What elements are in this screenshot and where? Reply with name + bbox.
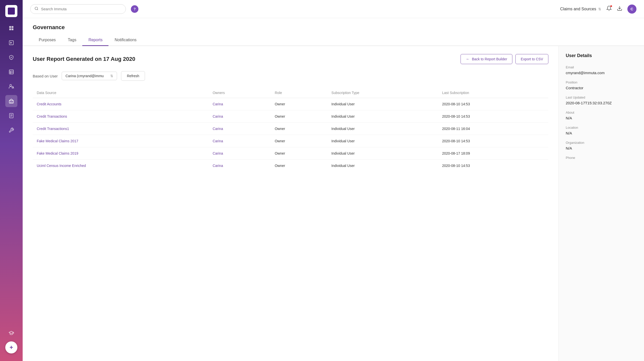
app-switcher-arrows-icon: ⇅ [598, 7, 601, 11]
user-detail-field: About N/A [566, 111, 637, 120]
report-table: Data Source Owners Role Subscription Typ… [33, 88, 548, 172]
data-source-cell[interactable]: Fake Medical Claims 2019 [33, 147, 209, 160]
detail-value: Contractor [566, 86, 637, 90]
owner-cell[interactable]: Carina [209, 123, 271, 135]
logo-mark [8, 8, 15, 15]
search-input[interactable] [41, 7, 122, 11]
sidebar-item-video[interactable] [5, 37, 17, 49]
last-subscription-cell: 2020-08-10 14:53 [438, 135, 548, 147]
phone-label: Phone [566, 156, 637, 160]
owner-cell[interactable]: Carina [209, 135, 271, 147]
last-subscription-cell: 2020-08-10 14:53 [438, 98, 548, 110]
table-row: Fake Medical Claims 2017 Carina Owner In… [33, 135, 548, 147]
table-row: Credit Accounts Carina Owner Individual … [33, 98, 548, 110]
user-detail-field: Organization N/A [566, 141, 637, 150]
col-last-subscription: Last Subscription [438, 88, 548, 98]
detail-label: Position [566, 80, 637, 84]
table-row: Uciml Census Income Enriched Carina Owne… [33, 160, 548, 172]
detail-label: Email [566, 65, 637, 69]
sidebar-item-shield[interactable] [5, 51, 17, 63]
data-source-cell[interactable]: Credit Transactions1 [33, 123, 209, 135]
owner-cell[interactable]: Carina [209, 160, 271, 172]
tab-reports[interactable]: Reports [82, 35, 108, 46]
avatar[interactable]: C [627, 5, 636, 14]
user-detail-field: Position Contractor [566, 80, 637, 90]
svg-line-12 [11, 99, 13, 101]
help-icon[interactable]: ? [131, 5, 138, 13]
refresh-button[interactable]: Refresh [121, 71, 145, 81]
app-name: Claims and Sources [560, 7, 596, 11]
sidebar: + [0, 0, 23, 361]
detail-value: N/A [566, 116, 637, 120]
detail-label: Location [566, 126, 637, 129]
user-detail-field-phone: Phone [566, 156, 637, 160]
col-owners: Owners [209, 88, 271, 98]
add-button[interactable]: + [5, 341, 17, 353]
sidebar-item-graduation[interactable] [5, 327, 17, 339]
sidebar-item-governance[interactable] [5, 95, 17, 107]
app-switcher[interactable]: Claims and Sources ⇅ [560, 7, 601, 11]
tab-notifications[interactable]: Notifications [108, 35, 142, 46]
tabs-bar: Purposes Tags Reports Notifications [23, 35, 644, 46]
subscription-type-cell: Individual User [327, 123, 438, 135]
table-row: Fake Medical Claims 2019 Carina Owner In… [33, 147, 548, 160]
detail-value: 2020-08-17T15:32:03.270Z [566, 101, 637, 105]
notification-bell-icon[interactable] [606, 6, 612, 13]
user-filter-select[interactable]: Carina (cmyrand@immu ⇅ [62, 72, 117, 80]
add-icon: + [10, 344, 13, 351]
svg-point-19 [35, 7, 38, 10]
detail-value: cmyrand@immuta.com [566, 71, 637, 75]
panel-title: User Details [566, 53, 637, 58]
export-label: Export to CSV [521, 57, 543, 61]
sidebar-logo[interactable] [5, 5, 17, 17]
sidebar-item-grid[interactable] [5, 22, 17, 34]
main-area: ? Claims and Sources ⇅ C Governance Purp… [23, 0, 644, 361]
role-cell: Owner [271, 135, 327, 147]
table-row: Credit Transactions Carina Owner Individ… [33, 110, 548, 123]
role-cell: Owner [271, 98, 327, 110]
data-source-cell[interactable]: Fake Medical Claims 2017 [33, 135, 209, 147]
table-row: Credit Transactions1 Carina Owner Indivi… [33, 123, 548, 135]
owner-cell[interactable]: Carina [209, 147, 271, 160]
user-detail-field: Location N/A [566, 126, 637, 135]
search-box[interactable] [30, 4, 126, 14]
content-area: Governance Purposes Tags Reports Notific… [23, 18, 644, 361]
back-to-report-builder-button[interactable]: ← Back to Report Builder [461, 54, 512, 64]
data-source-cell[interactable]: Uciml Census Income Enriched [33, 160, 209, 172]
detail-label: About [566, 111, 637, 114]
detail-label: Organization [566, 141, 637, 145]
role-cell: Owner [271, 147, 327, 160]
topbar: ? Claims and Sources ⇅ C [23, 0, 644, 18]
dropdown-arrows-icon: ⇅ [110, 74, 113, 78]
last-subscription-cell: 2020-08-10 14:53 [438, 110, 548, 123]
notification-dot [610, 5, 612, 7]
sidebar-item-docs[interactable] [5, 110, 17, 122]
svg-rect-2 [9, 28, 11, 30]
topbar-right: Claims and Sources ⇅ C [560, 5, 636, 14]
owner-cell[interactable]: Carina [209, 98, 271, 110]
avatar-letter: C [631, 7, 633, 11]
filter-label: Based on User [33, 74, 58, 78]
detail-value: N/A [566, 131, 637, 135]
sidebar-item-table[interactable] [5, 66, 17, 78]
role-cell: Owner [271, 160, 327, 172]
data-source-cell[interactable]: Credit Transactions [33, 110, 209, 123]
svg-rect-1 [12, 26, 13, 28]
export-to-csv-button[interactable]: Export to CSV [515, 54, 548, 64]
last-subscription-cell: 2020-08-17 18:09 [438, 147, 548, 160]
data-source-cell[interactable]: Credit Accounts [33, 98, 209, 110]
tab-tags[interactable]: Tags [62, 35, 83, 46]
subscription-type-cell: Individual User [327, 135, 438, 147]
help-label: ? [134, 7, 136, 11]
subscription-type-cell: Individual User [327, 160, 438, 172]
svg-rect-0 [9, 26, 11, 28]
sidebar-item-tools[interactable] [5, 124, 17, 136]
detail-label: Last Updated [566, 96, 637, 99]
tab-purposes[interactable]: Purposes [33, 35, 62, 46]
download-icon[interactable] [617, 6, 622, 13]
subscription-type-cell: Individual User [327, 110, 438, 123]
sidebar-item-users[interactable] [5, 80, 17, 93]
owner-cell[interactable]: Carina [209, 110, 271, 123]
back-label: Back to Report Builder [472, 57, 507, 61]
page-title: Governance [23, 18, 644, 31]
